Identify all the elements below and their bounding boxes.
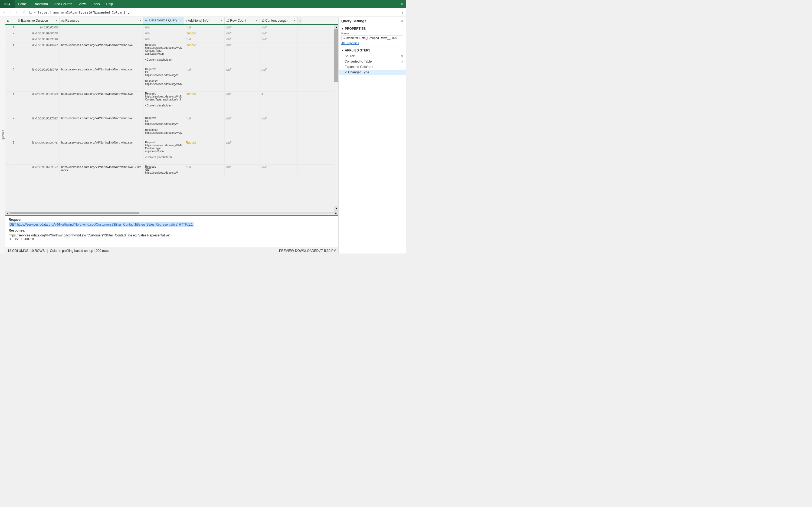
col-label-addl: Additional Info <box>188 19 208 22</box>
forward-button[interactable]: → <box>8 9 13 15</box>
rowcount-filter-icon[interactable]: ▼ <box>255 19 258 22</box>
scroll-up-button[interactable]: ▲ <box>298 17 302 24</box>
menu-home[interactable]: Home <box>15 0 30 8</box>
scroll-right-arrow[interactable]: ► <box>334 211 338 215</box>
col-header-excl-duration[interactable]: % Exclusive Duration ▼ <box>16 17 60 24</box>
step-source-settings-icon[interactable]: ⚙ <box>400 54 403 58</box>
settings-close-button[interactable]: × <box>401 18 403 23</box>
scroll-left-arrow[interactable]: ◄ <box>5 211 10 215</box>
step-changed-type[interactable]: ✕ Changed Type <box>338 70 406 75</box>
col-header-datasource-query[interactable]: Aα Data Source Query ▼ <box>143 17 184 24</box>
check-button[interactable]: ✓ <box>14 9 20 15</box>
cell-row-2-resource <box>60 31 143 37</box>
status-bar: 18 COLUMNS, 10 ROWS | Column profiling b… <box>5 247 338 253</box>
table-row[interactable]: 1 % 0:00:00.00 null null null null <box>5 25 334 31</box>
step-expanded-label: Expanded Column1 <box>345 65 403 69</box>
table-row[interactable]: 8 % 0:00:00.0009076 https://services.oda… <box>5 140 334 165</box>
scroll-up-arrow[interactable]: ▲ <box>334 25 338 29</box>
step-source-label: Source <box>345 54 400 58</box>
col-header-resource[interactable]: Aα Resource ▼ <box>60 17 143 24</box>
request-label: Request: <box>9 218 335 222</box>
menu-add-column[interactable]: Add Column <box>51 0 75 8</box>
formula-input[interactable] <box>34 11 399 14</box>
cell-row-7-excl: % 0:00:00.0827382 <box>16 116 60 140</box>
applied-steps-label: APPLIED STEPS <box>345 49 371 52</box>
step-converted-settings-icon[interactable]: ⚙ <box>400 60 403 63</box>
cell-row-1-contentlen: null <box>260 25 298 31</box>
cell-row-2-num: 2 <box>5 31 16 37</box>
cell-row-3-query: null <box>143 37 184 43</box>
menu-help[interactable]: Help <box>103 0 116 8</box>
vertical-scrollbar[interactable]: ▲ ▼ <box>334 25 338 211</box>
cell-row-1-num: 1 <box>5 25 16 31</box>
cell-row-8-contentlen <box>260 140 298 164</box>
queries-sidebar[interactable]: Queries <box>0 17 5 253</box>
scroll-track[interactable] <box>10 212 334 214</box>
excl-filter-icon[interactable]: ▼ <box>55 19 58 22</box>
cell-row-3-num: 3 <box>5 37 16 43</box>
col-header-rownum: ⊞ <box>5 17 16 24</box>
scroll-thumb[interactable] <box>10 212 139 214</box>
window-close-button[interactable]: × <box>397 0 406 8</box>
col-header-row-count[interactable]: 12 Row Count ▼ <box>225 17 260 24</box>
cell-row-2-excl: % 0:00:00.0106075 <box>16 31 60 37</box>
step-converted-to-table[interactable]: Converted to Table ⚙ <box>338 59 406 64</box>
cell-row-6-excl: % 0:00:00.0030893 <box>16 92 60 116</box>
table-row[interactable]: 7 % 0:00:00.0827382 https://services.oda… <box>5 116 334 140</box>
table-row[interactable]: 4 % 0:00:00.0449967 https://services.oda… <box>5 43 334 67</box>
data-area: ⊞ % Exclusive Duration ▼ Aα Resource ▼ A… <box>5 17 338 253</box>
step-changed-type-label: Changed Type <box>348 70 403 74</box>
request-url[interactable]: GET https://services.odata.org/V4/Northw… <box>9 223 335 226</box>
cell-row-5-addl: null <box>184 67 225 91</box>
cell-row-1-resource <box>60 25 143 31</box>
cell-row-3-contentlen: null <box>260 37 298 43</box>
col-header-content-length[interactable]: 12 Content Length ▼ <box>260 17 298 24</box>
menu-view[interactable]: View <box>75 0 89 8</box>
cell-row-2-addl: Record <box>184 31 225 37</box>
menu-tools[interactable]: Tools <box>89 0 103 8</box>
col-header-additional-info[interactable]: ↕ Additional Info ▼ <box>184 17 225 24</box>
table-row[interactable]: 6 % 0:00:00.0030893 https://services.oda… <box>5 92 334 116</box>
cell-row-3-rowcount: null <box>225 37 260 43</box>
cell-row-7-query: Request: GET https://services.odata.org/… <box>143 116 184 140</box>
horizontal-scrollbar[interactable]: ◄ ► <box>5 211 338 215</box>
cell-row-8-num: 8 <box>5 140 16 164</box>
table-body: 1 % 0:00:00.00 null null null null 2 % 0… <box>5 25 334 211</box>
cell-row-6-contentlen: 2 <box>260 92 298 116</box>
scroll-track[interactable] <box>334 29 338 206</box>
cell-row-2-query: null <box>143 31 184 37</box>
resource-filter-icon[interactable]: ▼ <box>139 19 141 22</box>
all-properties-link[interactable]: All Properties <box>341 42 359 45</box>
table-row[interactable]: 5 % 0:00:00.0286070 https://services.oda… <box>5 67 334 92</box>
expand-formula-button[interactable]: ∨ <box>399 10 405 15</box>
table-row[interactable]: 2 % 0:00:00.0106075 null Record null nul… <box>5 31 334 37</box>
name-input[interactable] <box>341 36 403 40</box>
cell-row-5-num: 5 <box>5 67 16 91</box>
cell-row-5-contentlen: null <box>260 67 298 91</box>
table-row[interactable]: 3 % 0:00:00.0253896 null null null null <box>5 37 334 43</box>
col-label-contentlen: Content Length <box>265 19 288 22</box>
back-button[interactable]: ← <box>1 9 7 15</box>
cell-row-4-excl: % 0:00:00.0449967 <box>16 43 60 67</box>
response-label: Response: <box>9 229 335 232</box>
step-expanded-column1[interactable]: Expanded Column1 <box>338 64 406 70</box>
resource-type-icon: Aα <box>61 19 64 22</box>
addl-filter-icon[interactable]: ▼ <box>220 19 223 22</box>
cancel-button[interactable]: ✕ <box>20 9 26 15</box>
query-settings-panel: Query Settings × ▼ PROPERTIES Name All P… <box>338 17 406 253</box>
table-row[interactable]: 9 % 0:00:00.0269857 https://services.oda… <box>5 165 334 175</box>
contentlen-type-icon: 12 <box>261 19 264 22</box>
scroll-thumb[interactable] <box>334 29 338 82</box>
cell-row-5-query: Request: GET https://services.odata.org/… <box>143 67 184 91</box>
file-tab[interactable]: File <box>0 0 15 8</box>
cell-row-7-rowcount: null <box>225 116 260 140</box>
query-filter-icon[interactable]: ▼ <box>180 19 182 22</box>
fx-label: fx <box>29 10 32 14</box>
menu-transform[interactable]: Transform <box>30 0 51 8</box>
cell-row-8-resource: https://services.odata.org/V4/Northwind/… <box>60 140 143 164</box>
excl-type-icon: % <box>18 19 20 22</box>
contentlen-filter-icon[interactable]: ▼ <box>294 19 296 22</box>
step-source[interactable]: Source ⚙ <box>338 53 406 59</box>
scroll-down-arrow[interactable]: ▼ <box>334 206 338 211</box>
cell-row-4-addl: Record <box>184 43 225 67</box>
